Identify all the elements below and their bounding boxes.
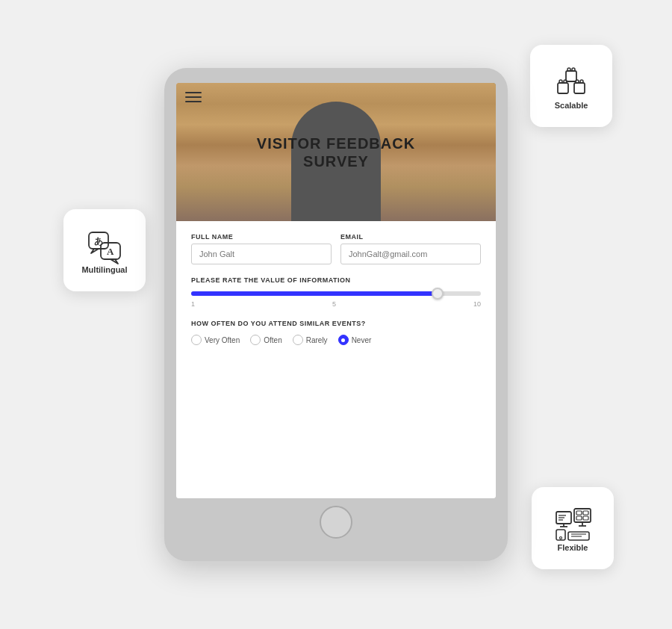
survey-header-image: VISITOR FEEDBACK SURVEY <box>176 83 496 221</box>
label-never: Never <box>352 336 372 344</box>
svg-rect-0 <box>558 83 568 93</box>
scalable-label: Scalable <box>555 101 588 110</box>
radio-often[interactable] <box>250 335 261 345</box>
multilingual-label: Multilingual <box>81 265 127 274</box>
svg-point-27 <box>560 537 562 539</box>
svg-point-6 <box>564 80 567 83</box>
frequency-label: HOW OFTEN DO YOU ATTEND SIMILAR EVENTS? <box>191 320 481 327</box>
svg-point-4 <box>572 68 575 71</box>
option-very-often[interactable]: Very Often <box>191 335 240 345</box>
option-often[interactable]: Often <box>250 335 281 345</box>
flexible-label: Flexible <box>558 543 588 552</box>
tablet-home-button[interactable] <box>320 506 352 539</box>
email-field: EMAIL <box>340 233 481 264</box>
radio-rarely[interactable] <box>293 335 303 345</box>
svg-text:A: A <box>107 246 114 257</box>
flexible-feature-card: Flexible <box>532 487 614 569</box>
email-input[interactable] <box>340 244 481 264</box>
full-name-label: FULL NAME <box>191 233 332 241</box>
slider-thumb[interactable] <box>432 288 444 300</box>
radio-very-often[interactable] <box>191 335 202 345</box>
svg-point-5 <box>559 80 562 83</box>
label-rarely: Rarely <box>306 336 328 344</box>
option-rarely[interactable]: Rarely <box>293 335 328 345</box>
hamburger-line-2 <box>185 96 202 98</box>
slider-max-label: 10 <box>473 300 481 308</box>
svg-rect-1 <box>574 83 585 93</box>
full-name-input[interactable] <box>191 244 332 264</box>
hamburger-line-1 <box>185 92 202 93</box>
svg-point-7 <box>576 80 579 83</box>
svg-point-8 <box>580 80 583 83</box>
survey-title: VISITOR FEEDBACK SURVEY <box>257 134 415 170</box>
dashboard-icon <box>553 504 592 543</box>
hamburger-menu[interactable] <box>185 92 202 102</box>
survey-form: FULL NAME EMAIL PLEASE RATE THE VALUE OF… <box>176 221 496 498</box>
slider-fill <box>191 291 438 296</box>
language-icon: あ A <box>85 226 124 265</box>
tablet-screen: VISITOR FEEDBACK SURVEY FULL NAME EMAIL <box>176 83 496 498</box>
slider-track[interactable] <box>191 291 481 296</box>
slider-min-label: 1 <box>191 300 195 308</box>
slider-mid-label: 5 <box>332 300 336 308</box>
svg-rect-24 <box>576 516 582 520</box>
full-name-field: FULL NAME <box>191 233 332 264</box>
svg-point-3 <box>567 68 570 71</box>
svg-rect-2 <box>566 71 576 81</box>
blocks-icon <box>552 62 591 101</box>
name-email-row: FULL NAME EMAIL <box>191 233 481 264</box>
email-label: EMAIL <box>340 233 481 241</box>
option-never[interactable]: Never <box>338 335 372 345</box>
slider-section: PLEASE RATE THE VALUE OF INFORMATION 1 5… <box>191 276 481 308</box>
svg-rect-22 <box>576 511 582 515</box>
hamburger-line-3 <box>185 101 202 102</box>
label-often: Often <box>264 336 281 344</box>
survey-title-overlay: VISITOR FEEDBACK SURVEY <box>257 134 415 170</box>
svg-rect-23 <box>583 511 588 515</box>
label-very-often: Very Often <box>205 336 240 344</box>
frequency-section: HOW OFTEN DO YOU ATTEND SIMILAR EVENTS? … <box>191 320 481 345</box>
slider-label: PLEASE RATE THE VALUE OF INFORMATION <box>191 276 481 284</box>
scalable-feature-card: Scalable <box>530 45 612 127</box>
radio-never[interactable] <box>338 335 349 345</box>
tablet-device: VISITOR FEEDBACK SURVEY FULL NAME EMAIL <box>164 68 508 561</box>
svg-rect-25 <box>583 516 588 520</box>
frequency-radio-group: Very Often Often Rarely Never <box>191 335 481 345</box>
multilingual-feature-card: あ A Multilingual <box>63 209 146 291</box>
slider-labels: 1 5 10 <box>191 300 481 308</box>
